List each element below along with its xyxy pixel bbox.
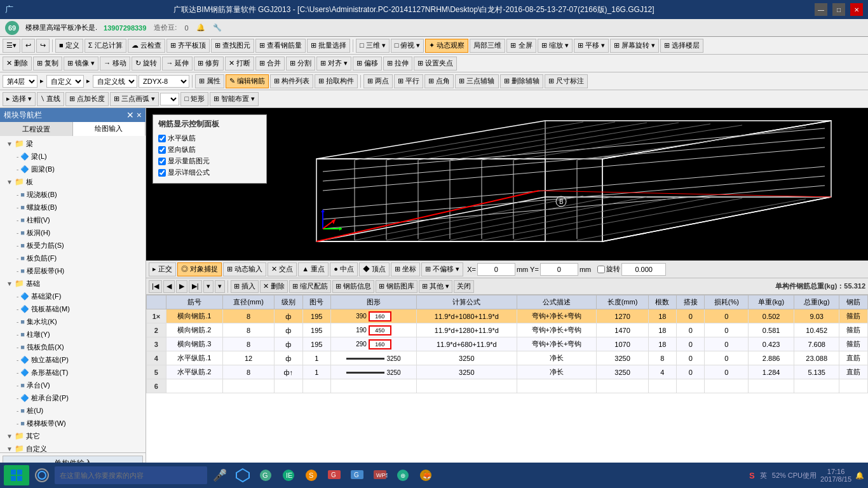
trim-button[interactable]: ⊞ 修剪 (194, 57, 223, 71)
element-name-select[interactable]: ZDYX-8 (139, 75, 189, 88)
maximize-button[interactable]: □ (832, 3, 845, 16)
select-floor-button[interactable]: ⊞ 选择楼层 (660, 39, 703, 53)
nav-first-button[interactable]: |◀ (149, 280, 162, 293)
minimize-button[interactable]: — (815, 3, 827, 16)
object-snap-button[interactable]: ◎ 对象捕捉 (177, 262, 222, 276)
del-row-button[interactable]: ✕ 删除 (260, 280, 288, 293)
redo-button[interactable]: ↪ (36, 39, 50, 53)
tree-item[interactable]: - ■ 承台(V) (1, 379, 144, 391)
app-icon-7[interactable]: WPS (370, 465, 390, 485)
insert-button[interactable]: ⊞ 插入 (231, 280, 259, 293)
two-point-button[interactable]: ⊞ 两点 (363, 74, 393, 88)
tree-item[interactable]: - 🔷 条形基础(T) (1, 366, 144, 379)
tree-item[interactable]: - ■ 楼层板带(H) (1, 264, 144, 277)
dynamic-observe-button[interactable]: ✦ 动态观察 (425, 39, 468, 53)
cloud-check-button[interactable]: ☁ 云检查 (128, 39, 165, 53)
close-button[interactable]: ✕ (850, 3, 863, 16)
component-list-button[interactable]: ⊞ 构件列表 (270, 74, 313, 88)
mirror-button[interactable]: ⊞ 镜像 ▾ (64, 57, 98, 71)
table-row[interactable]: 6 (147, 379, 868, 393)
delete-axis-button[interactable]: ⊞ 删除辅轴 (500, 74, 543, 88)
panel-close-button[interactable]: ✕ × (126, 110, 142, 120)
tree-item[interactable]: - ■ 板受力筋(S) (1, 239, 144, 252)
voice-search-icon[interactable]: 🎤 (210, 465, 230, 485)
line-button[interactable]: ∖ 直线 (37, 92, 64, 106)
tab-draw-input[interactable]: 绘图输入 (73, 122, 146, 136)
arc-button[interactable]: ⊞ 三点画弧 ▾ (110, 92, 159, 106)
type-select[interactable]: 自定义 (46, 75, 84, 88)
app-icon-6[interactable]: G (347, 465, 367, 485)
tree-item[interactable]: - 🔷 筏板基础(M) (1, 302, 144, 315)
rebar-library-button[interactable]: ⊞ 钢筋图库 (376, 280, 417, 293)
tree-item[interactable]: ▼ 📁 基础 (1, 277, 144, 290)
tree-item[interactable]: - ■ 现浇板(B) (1, 188, 144, 201)
angle-point-button[interactable]: ⊞ 点角 (424, 74, 454, 88)
tree-item[interactable]: - ■ 桩(U) (1, 404, 144, 417)
no-offset-button[interactable]: ⊞ 不偏移 ▾ (421, 262, 463, 276)
dimension-button[interactable]: ⊞ 尺寸标注 (545, 74, 588, 88)
rotate-edit-button[interactable]: ↻ 旋转 (132, 57, 161, 71)
center-button[interactable]: ● 中点 (330, 262, 358, 276)
app-icon-8[interactable]: ⊕ (393, 465, 413, 485)
rotate-input[interactable] (621, 263, 666, 276)
rotate-button[interactable]: ⊞ 屏幕旋转 ▾ (610, 39, 659, 53)
floor-select[interactable]: 第4层 (3, 75, 37, 88)
tree-item[interactable]: ▼ 📁 自定义 (1, 442, 144, 452)
tree-item[interactable]: - ■ 柱帽(V) (1, 214, 144, 226)
tree-item[interactable]: - ■ 螺旋板(B) (1, 201, 144, 214)
app-icon-3[interactable]: IE (278, 465, 299, 485)
top-view-button[interactable]: □ 俯视 ▾ (391, 39, 424, 53)
tree-item[interactable]: - ■ 板负筋(F) (1, 252, 144, 264)
ortho-button[interactable]: ▸ 正交 (149, 262, 176, 276)
coord-button[interactable]: ⊞ 坐标 (391, 262, 420, 276)
nav-last-button[interactable]: ▶| (189, 280, 202, 293)
checkbox-show-formula[interactable]: 显示详细公式 (158, 168, 261, 177)
local-3d-button[interactable]: 局部三维 (470, 39, 505, 53)
tree-item[interactable]: - ■ 集水坑(K) (1, 315, 144, 328)
checkbox-show-elements[interactable]: 显示量筋图元 (158, 156, 261, 166)
tree-item[interactable]: - 🔷 独立基础(P) (1, 353, 144, 366)
app-icon-5[interactable]: G (324, 465, 344, 485)
nav-next-button[interactable]: ▶ (176, 280, 187, 293)
stretch-button[interactable]: ⊞ 拉伸 (383, 57, 412, 71)
tab-project-settings[interactable]: 工程设置 (0, 122, 73, 136)
summary-calc-button[interactable]: Σ 汇总计算 (85, 39, 126, 53)
align-slab-button[interactable]: ⊞ 齐平板顶 (166, 39, 210, 53)
undo-button[interactable]: ↩ (22, 39, 35, 53)
move-button[interactable]: → 移动 (100, 57, 130, 71)
table-row[interactable]: 4 水平纵筋.1 12 ф 1 3250 3250 净长 3250 8 0 0 … (147, 351, 868, 365)
scale-rebar-button[interactable]: ⊞ 缩尺配筋 (289, 280, 331, 293)
app-icon-1[interactable] (233, 465, 253, 485)
3d-viewport[interactable]: 钢筋显示控制面板 水平纵筋 竖向纵筋 显示量筋图元 显示详细公式 (146, 108, 868, 261)
define-button[interactable]: ■ 定义 (55, 39, 83, 53)
tree-item[interactable]: - ■ 楼梯板带(W) (1, 417, 144, 430)
cortana-button[interactable] (32, 465, 52, 485)
offset-button[interactable]: ⊞ 偏移 (353, 57, 382, 71)
nav-dropdown2[interactable]: ▾ (215, 280, 225, 293)
batch-select-button[interactable]: ⊞ 批量选择 (307, 39, 350, 53)
split-button[interactable]: ⊞ 分割 (286, 57, 315, 71)
intersect-button[interactable]: ✕ 交点 (268, 262, 297, 276)
parallel-button[interactable]: ⊞ 平行 (394, 74, 423, 88)
y-input[interactable]: 0 (540, 263, 578, 276)
notification-icon[interactable]: 🔔 (855, 471, 864, 480)
line-type-select[interactable]: 自定义线 (93, 75, 137, 88)
3d-button[interactable]: □ 三维 ▾ (356, 39, 390, 53)
rect-button[interactable]: □ 矩形 (180, 92, 208, 106)
tree-item[interactable]: - ■ 柱墩(Y) (1, 328, 144, 341)
properties-button[interactable]: ⊞ 属性 (195, 74, 224, 88)
smart-place-button[interactable]: ⊞ 智能布置 ▾ (210, 92, 259, 106)
tree-item[interactable]: - 🔷 基础梁(F) (1, 290, 144, 302)
align-button[interactable]: ⊞ 对齐 ▾ (316, 57, 351, 71)
delete-button[interactable]: ✕ 删除 (3, 57, 32, 71)
table-row[interactable]: 5 水平纵筋.2 8 ф↑ 1 3250 3250 净长 3250 4 0 0 … (147, 365, 868, 379)
pick-component-button[interactable]: ⊞ 抬取构件 (315, 74, 358, 88)
tree-item[interactable]: - 🔷 桩承台梁(P) (1, 391, 144, 404)
table-row[interactable]: 1× 横向钢筋.1 8 ф 195 390 160 11.9*d+1080+11… (147, 309, 868, 323)
taskbar-search-input[interactable] (55, 466, 207, 484)
tree-item[interactable]: - 🔷 梁(L) (1, 150, 144, 163)
select-mode-button[interactable]: ▸ 选择 ▾ (3, 92, 36, 106)
rotate-checkbox[interactable] (597, 266, 605, 273)
dynamic-input-button[interactable]: ⊞ 动态输入 (223, 262, 266, 276)
tree-item[interactable]: - ■ 筏板负筋(X) (1, 341, 144, 353)
